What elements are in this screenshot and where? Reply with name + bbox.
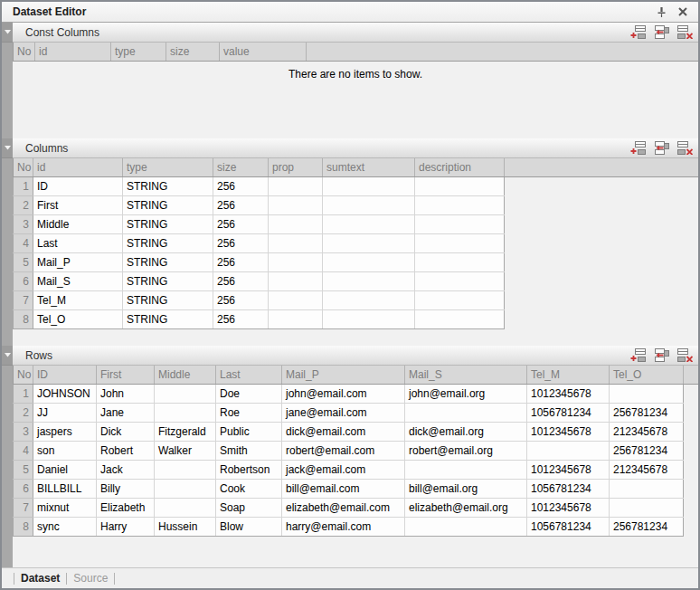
cell[interactable] bbox=[269, 215, 323, 234]
cell[interactable]: dick@email.org bbox=[405, 423, 527, 442]
cell[interactable]: 1056781234 bbox=[527, 518, 610, 537]
cell[interactable]: 256 bbox=[213, 291, 269, 310]
cell[interactable]: jane@email.com bbox=[282, 404, 405, 423]
column-header[interactable]: No bbox=[14, 158, 33, 177]
cell[interactable]: Mail_P bbox=[33, 253, 123, 272]
cell[interactable]: Blow bbox=[216, 518, 282, 537]
cell[interactable]: Walker bbox=[155, 442, 216, 461]
cell[interactable] bbox=[405, 404, 527, 423]
cell[interactable]: First bbox=[33, 196, 123, 215]
column-header[interactable]: No bbox=[14, 43, 35, 62]
cell[interactable] bbox=[415, 234, 505, 253]
cell[interactable]: 1012345678 bbox=[527, 385, 610, 404]
cell[interactable]: jaspers bbox=[33, 423, 97, 442]
cell[interactable]: son bbox=[33, 442, 97, 461]
cell[interactable]: Tel_O bbox=[33, 310, 123, 329]
cell[interactable]: 256 bbox=[213, 234, 269, 253]
cell[interactable]: 256 bbox=[213, 310, 269, 329]
cell[interactable] bbox=[155, 499, 216, 518]
cell[interactable]: Robertson bbox=[216, 461, 282, 480]
row-number[interactable]: 5 bbox=[14, 253, 33, 272]
collapse-columns-button[interactable] bbox=[2, 138, 13, 158]
cell[interactable]: STRING bbox=[123, 234, 213, 253]
cell[interactable]: Daniel bbox=[33, 461, 97, 480]
cell[interactable]: Roe bbox=[216, 404, 282, 423]
cell[interactable]: sync bbox=[33, 518, 97, 537]
cell[interactable] bbox=[155, 461, 216, 480]
cell[interactable] bbox=[415, 253, 505, 272]
column-header[interactable]: First bbox=[97, 366, 155, 385]
cell[interactable] bbox=[269, 291, 323, 310]
row-number[interactable]: 1 bbox=[14, 177, 33, 196]
cell[interactable] bbox=[323, 177, 415, 196]
column-header[interactable]: Tel_O bbox=[610, 366, 684, 385]
row-number[interactable]: 4 bbox=[14, 234, 33, 253]
row-number[interactable]: 1 bbox=[14, 385, 33, 404]
cell[interactable] bbox=[269, 272, 323, 291]
column-header[interactable]: type bbox=[123, 158, 213, 177]
column-header[interactable]: sumtext bbox=[323, 158, 415, 177]
row-number[interactable]: 8 bbox=[14, 518, 33, 537]
cell[interactable]: STRING bbox=[123, 272, 213, 291]
cell[interactable]: robert@email.com bbox=[282, 442, 405, 461]
cell[interactable]: 256 bbox=[213, 272, 269, 291]
cell[interactable]: Public bbox=[216, 423, 282, 442]
collapse-const-columns-button[interactable] bbox=[2, 23, 13, 43]
cell[interactable]: STRING bbox=[123, 310, 213, 329]
cell[interactable]: harry@email.com bbox=[282, 518, 405, 537]
column-header[interactable]: size bbox=[166, 43, 220, 62]
cell[interactable]: STRING bbox=[123, 291, 213, 310]
cell[interactable]: Tel_M bbox=[33, 291, 123, 310]
cell[interactable] bbox=[415, 310, 505, 329]
cell[interactable]: 256 bbox=[213, 177, 269, 196]
cell[interactable] bbox=[269, 234, 323, 253]
cell[interactable]: robert@email.org bbox=[405, 442, 527, 461]
cell[interactable]: JOHNSON bbox=[33, 385, 97, 404]
column-header[interactable]: Last bbox=[216, 366, 282, 385]
cell[interactable]: 256 bbox=[213, 215, 269, 234]
row-number[interactable]: 6 bbox=[14, 272, 33, 291]
cell[interactable] bbox=[323, 196, 415, 215]
column-header[interactable]: ID bbox=[33, 366, 97, 385]
tab-dataset[interactable]: Dataset bbox=[21, 572, 60, 585]
cell[interactable]: 256 bbox=[213, 253, 269, 272]
cell[interactable]: Fitzgerald bbox=[155, 423, 216, 442]
column-header[interactable]: Middle bbox=[155, 366, 216, 385]
column-header[interactable]: No bbox=[14, 366, 33, 385]
row-number[interactable]: 2 bbox=[14, 404, 33, 423]
cell[interactable] bbox=[323, 215, 415, 234]
cell[interactable]: john@email.com bbox=[282, 385, 405, 404]
close-button[interactable] bbox=[675, 5, 691, 19]
row-number[interactable]: 2 bbox=[14, 196, 33, 215]
cell[interactable]: 1056781234 bbox=[527, 480, 610, 499]
cell[interactable]: 1012345678 bbox=[527, 423, 610, 442]
cell[interactable] bbox=[269, 177, 323, 196]
row-number[interactable]: 3 bbox=[14, 423, 33, 442]
cell[interactable] bbox=[610, 480, 684, 499]
cell[interactable]: john@email.org bbox=[405, 385, 527, 404]
cell[interactable]: JJ bbox=[33, 404, 97, 423]
cell[interactable]: Jane bbox=[97, 404, 155, 423]
cell[interactable]: mixnut bbox=[33, 499, 97, 518]
cell[interactable]: Robert bbox=[97, 442, 155, 461]
cell[interactable] bbox=[155, 404, 216, 423]
cell[interactable]: dick@email.com bbox=[282, 423, 405, 442]
cell[interactable]: Smith bbox=[216, 442, 282, 461]
cell[interactable]: bill@email.com bbox=[282, 480, 405, 499]
cell[interactable]: 1012345678 bbox=[527, 499, 610, 518]
cell[interactable] bbox=[405, 461, 527, 480]
column-header[interactable]: size bbox=[213, 158, 269, 177]
insert-row-button[interactable] bbox=[654, 348, 669, 362]
insert-row-button[interactable] bbox=[654, 25, 669, 39]
cell[interactable]: STRING bbox=[123, 215, 213, 234]
cell[interactable]: 256781234 bbox=[610, 404, 684, 423]
cell[interactable]: jack@email.com bbox=[282, 461, 405, 480]
cell[interactable]: 1056781234 bbox=[527, 404, 610, 423]
add-row-button[interactable] bbox=[630, 25, 646, 39]
cell[interactable] bbox=[610, 385, 684, 404]
cell[interactable]: Hussein bbox=[155, 518, 216, 537]
column-header[interactable]: value bbox=[220, 43, 307, 62]
column-header[interactable]: Tel_M bbox=[527, 366, 610, 385]
cell[interactable] bbox=[415, 196, 505, 215]
cell[interactable] bbox=[415, 177, 505, 196]
